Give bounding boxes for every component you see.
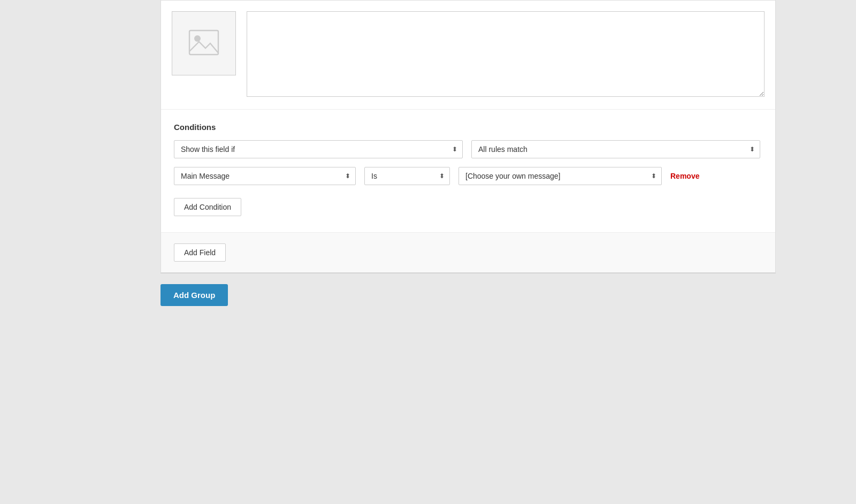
field-select[interactable]: Main Message Other Field (174, 167, 356, 185)
remove-link[interactable]: Remove (670, 172, 699, 180)
conditions-row-2: Main Message Other Field Is Is Not Conta… (174, 167, 762, 185)
description-textarea[interactable] (247, 11, 765, 97)
textarea-wrapper (247, 11, 765, 98)
value-select-wrapper: [Choose your own message] Option 1 Optio… (458, 167, 662, 185)
image-placeholder (172, 11, 236, 75)
field-select-wrapper: Main Message Other Field (174, 167, 356, 185)
svg-rect-0 (189, 30, 218, 55)
add-field-button[interactable]: Add Field (174, 243, 226, 262)
show-field-select[interactable]: Show this field if Always show Never sho… (174, 140, 463, 158)
value-select[interactable]: [Choose your own message] Option 1 Optio… (458, 167, 662, 185)
page-wrapper: Conditions Show this field if Always sho… (0, 0, 856, 504)
image-icon (188, 27, 220, 59)
svg-point-1 (194, 35, 201, 42)
main-content: Conditions Show this field if Always sho… (160, 0, 776, 504)
operator-select-wrapper: Is Is Not Contains Does Not Contain (364, 167, 450, 185)
rules-match-select[interactable]: All rules match Any rule matches (471, 140, 760, 158)
add-condition-button[interactable]: Add Condition (174, 198, 241, 216)
main-card: Conditions Show this field if Always sho… (160, 0, 776, 273)
add-field-section: Add Field (161, 232, 775, 272)
show-field-select-wrapper: Show this field if Always show Never sho… (174, 140, 463, 158)
rules-match-select-wrapper: All rules match Any rule matches (471, 140, 760, 158)
add-group-section: Add Group (160, 273, 776, 317)
add-group-button[interactable]: Add Group (160, 284, 228, 306)
conditions-label: Conditions (174, 123, 762, 132)
sidebar (80, 0, 160, 504)
conditions-row-1: Show this field if Always show Never sho… (174, 140, 762, 158)
operator-select[interactable]: Is Is Not Contains Does Not Contain (364, 167, 450, 185)
conditions-section: Conditions Show this field if Always sho… (161, 110, 775, 232)
card-top (161, 1, 775, 110)
